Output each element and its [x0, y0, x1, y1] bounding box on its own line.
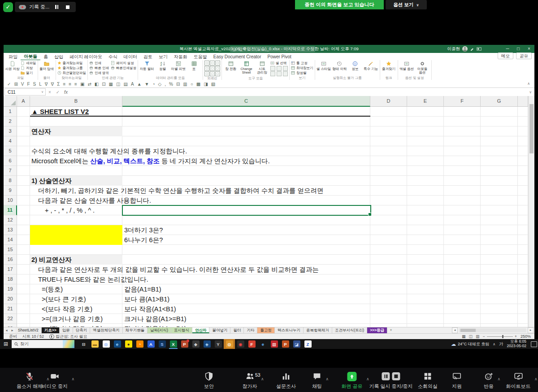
row-header-4[interactable]: 4: [4, 136, 17, 146]
taskbar-icon-app-s[interactable]: S: [156, 339, 168, 349]
ribbon-button-자동 필터[interactable]: 자동 필터: [139, 61, 154, 76]
mini-icon[interactable]: [283, 66, 288, 71]
row-header-16[interactable]: 16: [4, 255, 17, 265]
ribbon-button-저장[interactable]: 저장: [21, 65, 36, 70]
zoom-button-video[interactable]: 비디오 중지∧: [42, 371, 68, 390]
cell-C19[interactable]: 같음(A1=B1): [124, 284, 161, 294]
qat-icon-8[interactable]: Σ: [57, 82, 60, 87]
cell-B16[interactable]: 2) 비교연산자: [31, 255, 71, 265]
zoom-button-record-controls[interactable]: 기록 일시 중지/중지: [369, 371, 412, 390]
account-area[interactable]: 이종현: [447, 45, 482, 53]
cell-B20[interactable]: >(보다 큰 기호): [42, 294, 86, 304]
hscroll-left-icon[interactable]: ◂: [452, 327, 458, 333]
menu-tab-12[interactable]: Power Pivot: [265, 53, 295, 60]
column-header-D[interactable]: D: [370, 96, 407, 107]
normal-view-icon[interactable]: ▦: [462, 334, 466, 339]
hscroll-track[interactable]: [459, 328, 526, 332]
vertical-scrollbar[interactable]: [528, 96, 534, 327]
qat-icon-10[interactable]: ≡: [69, 82, 71, 87]
row-header-15[interactable]: 15: [4, 245, 17, 255]
search-box[interactable]: 검색: [230, 46, 315, 52]
ribbon-button-창정렬[interactable]: 창정렬: [291, 70, 313, 75]
row-header-17[interactable]: 17: [4, 265, 17, 274]
ribbon-button-즐겨찾는파일[interactable]: 즐겨찾는파일: [57, 61, 87, 65]
cell-C22[interactable]: 크거나 같음(A1>=B1): [124, 314, 187, 324]
border-option-2[interactable]: [215, 61, 220, 65]
sheet-tab-날짜(서식)[interactable]: 날짜(서식): [148, 327, 171, 333]
taskbar-icon-security-app[interactable]: ◈: [201, 339, 213, 349]
mini-icon[interactable]: [270, 66, 275, 71]
row-header-21[interactable]: 21: [4, 304, 17, 314]
border-option-6[interactable]: [204, 71, 209, 76]
taskbar-icon-active-window-app[interactable]: ◍: [224, 339, 235, 349]
insert-function-button[interactable]: fx: [62, 90, 70, 95]
row-header-13[interactable]: 13: [4, 225, 17, 235]
confirm-entry-button[interactable]: ✓: [54, 90, 62, 95]
ribbon-button-Change Sheet[interactable]: Change Sheet: [239, 61, 254, 76]
qat-icon-12[interactable]: ▣: [80, 82, 84, 87]
sheet-tab-텍스트나누기[interactable]: 텍스트나누기: [275, 327, 304, 333]
border-option-7[interactable]: [210, 71, 215, 76]
chevron-up-icon[interactable]: ∧: [325, 377, 329, 381]
select-all-corner[interactable]: [4, 96, 17, 107]
taskbar-icon-kakaotalk[interactable]: ●: [123, 339, 134, 349]
taskbar-icon-app-gray[interactable]: ◆: [190, 339, 201, 349]
taskbar-icon-app-a[interactable]: A: [145, 339, 156, 349]
menu-tab-4[interactable]: 페이지 레이아웃: [66, 53, 105, 60]
share-button[interactable]: 공유: [516, 52, 532, 59]
sheet-tab-표시형식[interactable]: 표시형식: [171, 327, 192, 333]
border-option-5[interactable]: [215, 66, 220, 71]
comments-button[interactable]: 메모: [498, 52, 513, 59]
zoom-level[interactable]: 250%: [520, 334, 531, 339]
ribbon-button-최대창보기[interactable]: 최대창보기: [291, 65, 313, 70]
page-break-view-icon[interactable]: ▥: [476, 334, 480, 339]
sheet-tab-틀고정[interactable]: 틀고정: [257, 327, 275, 333]
column-header-E[interactable]: E: [407, 96, 444, 107]
taskbar-icon-excel[interactable]: X: [168, 339, 179, 349]
row-header-18[interactable]: 18: [4, 274, 17, 284]
qat-icon-29[interactable]: ▩: [196, 82, 200, 87]
add-sheet-button[interactable]: +: [387, 327, 395, 333]
qat-icon-25[interactable]: %: [169, 82, 173, 87]
sheet-tab-중복항목제거[interactable]: 중복항목제거: [304, 327, 332, 333]
ribbon-button-셀 선택[interactable]: 셀 선택: [270, 61, 288, 65]
column-header-F[interactable]: F: [444, 96, 481, 107]
start-button[interactable]: ⊞: [0, 341, 12, 347]
border-option-8[interactable]: [215, 71, 220, 76]
stop-recording-button[interactable]: [66, 5, 69, 9]
maximize-button[interactable]: □: [513, 45, 524, 53]
cell-B22[interactable]: >=(크거나 같음 기호): [42, 314, 103, 324]
page-layout-view-icon[interactable]: ◫: [469, 334, 473, 339]
pause-recording-icon[interactable]: [382, 372, 390, 380]
mini-icon[interactable]: [283, 71, 288, 76]
ribbon-button-정렬[interactable]: AZ정렬: [155, 61, 170, 76]
cell-B23[interactable]: <=(작거나 같은 기호): [42, 324, 103, 327]
taskbar-icon-app-blue[interactable]: ◪: [291, 339, 302, 349]
column-header-B[interactable]: B: [30, 96, 122, 107]
ribbon-button-시트 관리창[interactable]: 시트 관리창: [255, 61, 269, 76]
menu-tab-11[interactable]: Easy Document Creator: [210, 53, 265, 60]
taskbar-icon-recorder[interactable]: ◉: [235, 339, 246, 349]
ribbon-button-정보[interactable]: i정보: [348, 61, 363, 76]
worksheet-grid[interactable]: ABCDEFG1▲ SHEET LIST V223연산자45수식의 요소에 대해…: [4, 96, 528, 327]
menu-tab-10[interactable]: 도움말: [191, 53, 210, 60]
zoom-button-support[interactable]: 지원: [452, 371, 462, 390]
zoom-button-poll[interactable]: 설문조사: [276, 371, 296, 390]
taskbar-icon-powerpoint[interactable]: P: [280, 339, 291, 349]
qat-icon-14[interactable]: ◧: [95, 82, 99, 87]
cell-B21[interactable]: <(보다 작음 기호): [42, 304, 92, 314]
qat-icon-21[interactable]: ▼: [145, 82, 149, 87]
qat-icon-15[interactable]: ⊡: [102, 82, 105, 87]
cell-B5[interactable]: 수식의 요소에 대해 수행할 계산의 종류를 지정합니다.: [31, 146, 187, 156]
hscroll-thumb[interactable]: [460, 329, 476, 332]
stop-recording-icon[interactable]: [392, 372, 400, 380]
qat-icon-16[interactable]: ▦: [109, 82, 113, 87]
zoom-button-participants[interactable]: 참가자53∧: [243, 371, 257, 390]
ime-indicator[interactable]: 가: [499, 341, 503, 347]
row-header-5[interactable]: 5: [4, 146, 17, 156]
cell-C21[interactable]: 보다 작음(A1<B1): [124, 304, 176, 314]
horizontal-scrollbar[interactable]: ◂▸: [452, 327, 534, 333]
row-header-20[interactable]: 20: [4, 294, 17, 304]
notification-center-icon[interactable]: [531, 341, 537, 347]
menu-tab-9[interactable]: 자동화: [171, 53, 191, 60]
